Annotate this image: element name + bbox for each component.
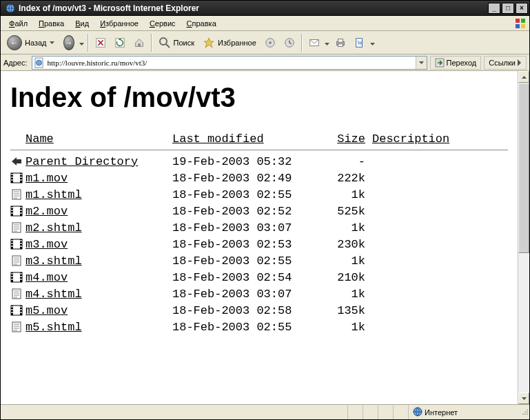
file-link[interactable]: m4.shtml bbox=[26, 288, 82, 301]
media-button[interactable] bbox=[261, 34, 279, 52]
history-button[interactable] bbox=[281, 34, 298, 52]
file-link[interactable]: m1.mov bbox=[26, 172, 68, 185]
menu-help[interactable]: Справка bbox=[181, 18, 222, 29]
refresh-button[interactable] bbox=[111, 34, 129, 52]
links-label: Ссылки bbox=[489, 59, 516, 67]
scroll-down-button[interactable] bbox=[518, 392, 529, 404]
separator bbox=[301, 34, 303, 52]
text-file-icon bbox=[10, 189, 26, 200]
minimize-button[interactable]: _ bbox=[488, 3, 500, 14]
separator bbox=[151, 34, 152, 52]
file-size: 222k bbox=[324, 172, 372, 185]
text-file-icon bbox=[10, 321, 26, 332]
file-link[interactable]: m2.mov bbox=[26, 205, 68, 218]
file-link[interactable]: m4.mov bbox=[26, 271, 68, 284]
svg-rect-54 bbox=[12, 273, 13, 274]
scroll-thumb[interactable] bbox=[518, 83, 529, 253]
list-item: m3.shtml18-Feb-2003 02:551k bbox=[10, 252, 508, 269]
movie-file-icon bbox=[10, 272, 26, 283]
svg-rect-36 bbox=[12, 212, 13, 214]
menu-edit[interactable]: Правка bbox=[33, 18, 70, 29]
status-pane bbox=[378, 405, 393, 419]
movie-file-icon bbox=[10, 305, 26, 316]
svg-rect-2 bbox=[521, 19, 525, 23]
menu-view[interactable]: Вид bbox=[70, 18, 94, 29]
address-field-wrap[interactable] bbox=[32, 56, 427, 70]
chevron-down-icon bbox=[325, 39, 330, 47]
svg-rect-55 bbox=[12, 276, 13, 277]
chevron-down-icon bbox=[370, 39, 376, 47]
col-modified: Last modified bbox=[172, 132, 324, 146]
svg-rect-3 bbox=[516, 24, 520, 28]
svg-rect-35 bbox=[12, 210, 13, 211]
svg-rect-14 bbox=[338, 39, 343, 41]
menu-tools[interactable]: Сервис bbox=[144, 18, 181, 29]
svg-rect-28 bbox=[21, 177, 22, 178]
scroll-up-button[interactable] bbox=[518, 71, 529, 83]
file-link[interactable]: m5.mov bbox=[26, 304, 68, 317]
close-button[interactable]: × bbox=[516, 3, 528, 14]
file-modified: 18-Feb-2003 02:52 bbox=[172, 205, 324, 218]
scroll-track[interactable] bbox=[518, 83, 529, 392]
status-pane bbox=[393, 405, 408, 419]
chevron-down-icon bbox=[50, 41, 55, 44]
movie-file-icon bbox=[10, 239, 26, 250]
list-item: Parent Directory19-Feb-2003 05:32- bbox=[10, 153, 508, 170]
search-button[interactable]: Поиск bbox=[155, 34, 198, 52]
toolbar: ← Назад → Поиск Избранное W bbox=[1, 31, 529, 54]
file-link[interactable]: Parent Directory bbox=[26, 155, 138, 168]
go-label: Переход bbox=[447, 59, 477, 67]
svg-rect-68 bbox=[21, 309, 22, 310]
file-link[interactable]: m5.shtml bbox=[26, 321, 82, 334]
svg-rect-44 bbox=[12, 240, 13, 241]
col-description: Description bbox=[372, 132, 449, 146]
maximize-button[interactable]: □ bbox=[502, 3, 514, 14]
list-item: m4.shtml18-Feb-2003 03:071k bbox=[10, 286, 508, 302]
svg-rect-24 bbox=[12, 174, 13, 175]
edit-button[interactable]: W bbox=[351, 34, 369, 52]
file-size: - bbox=[324, 155, 372, 168]
ie-logo-icon bbox=[5, 3, 16, 14]
address-bar: Адрес: Переход Ссылки bbox=[1, 54, 529, 71]
window-title: Index of /mov/vt3 - Microsoft Internet E… bbox=[19, 3, 487, 13]
svg-rect-39 bbox=[21, 212, 22, 214]
back-button[interactable]: ← Назад bbox=[3, 34, 59, 52]
svg-rect-56 bbox=[12, 279, 13, 280]
file-link[interactable]: m3.mov bbox=[26, 238, 68, 251]
favorites-button[interactable]: Избранное bbox=[199, 34, 260, 52]
forward-button[interactable]: → bbox=[60, 34, 78, 52]
menu-file[interactable]: Файл bbox=[3, 18, 33, 29]
vertical-scrollbar[interactable] bbox=[518, 71, 529, 404]
address-dropdown[interactable] bbox=[416, 57, 427, 69]
file-size: 525k bbox=[324, 205, 372, 218]
file-size: 1k bbox=[324, 188, 372, 201]
links-button[interactable]: Ссылки bbox=[484, 56, 527, 70]
file-modified: 18-Feb-2003 02:55 bbox=[172, 254, 324, 268]
file-link[interactable]: m1.shtml bbox=[26, 188, 82, 201]
zone-label: Интернет bbox=[425, 408, 458, 417]
file-modified: 18-Feb-2003 02:49 bbox=[172, 172, 324, 185]
resize-grip[interactable] bbox=[518, 408, 529, 417]
menu-favorites[interactable]: Избранное bbox=[94, 18, 144, 29]
col-name: Name bbox=[26, 132, 172, 146]
page-content: Index of /mov/vt3 Name Last modified Siz… bbox=[1, 71, 518, 404]
svg-rect-65 bbox=[12, 309, 13, 310]
title-bar: Index of /mov/vt3 - Microsoft Internet E… bbox=[1, 1, 529, 16]
file-size: 1k bbox=[324, 288, 372, 301]
directory-listing: Name Last modified Size Description Pare… bbox=[10, 132, 508, 335]
list-item: m1.shtml18-Feb-2003 02:551k bbox=[10, 186, 508, 203]
svg-rect-38 bbox=[21, 210, 22, 211]
address-input[interactable] bbox=[46, 59, 416, 67]
file-size: 1k bbox=[324, 221, 372, 234]
file-modified: 18-Feb-2003 02:53 bbox=[172, 238, 324, 251]
mail-button[interactable] bbox=[305, 34, 323, 52]
text-file-icon bbox=[10, 222, 26, 233]
svg-rect-64 bbox=[12, 306, 13, 308]
stop-button[interactable] bbox=[92, 34, 110, 52]
home-button[interactable] bbox=[130, 34, 148, 52]
svg-rect-69 bbox=[21, 312, 22, 313]
go-button[interactable]: Переход bbox=[430, 56, 482, 70]
print-button[interactable] bbox=[332, 34, 349, 52]
file-link[interactable]: m3.shtml bbox=[26, 254, 82, 268]
file-link[interactable]: m2.shtml bbox=[26, 221, 82, 234]
